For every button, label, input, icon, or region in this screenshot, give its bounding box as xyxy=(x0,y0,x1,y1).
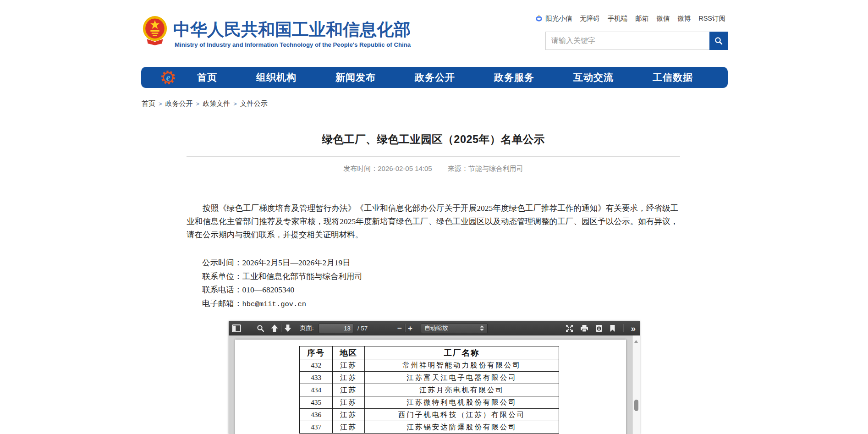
more-tools-button[interactable]: » xyxy=(631,324,636,333)
scroll-up-icon[interactable] xyxy=(634,340,638,343)
quick-link-weibo[interactable]: 微博 xyxy=(677,14,691,23)
select-spinner-icon xyxy=(480,325,484,331)
pdf-scrollbar[interactable] xyxy=(632,335,640,434)
col-header-no: 序号 xyxy=(300,346,333,359)
print-icon xyxy=(580,324,588,332)
page-number-input[interactable] xyxy=(319,324,353,333)
quick-links: 阳光小信 无障碍 手机端 邮箱 微信 微博 RSS订阅 xyxy=(535,13,725,23)
miit-gear-icon: e xyxy=(160,70,176,85)
previous-page-button[interactable] xyxy=(270,324,279,332)
page-up-icon xyxy=(270,324,279,332)
search-icon xyxy=(714,36,723,45)
breadcrumb-current: 文件公示 xyxy=(240,99,268,108)
table-row: 432 江苏 常州祥明智能动力股份有限公司 xyxy=(300,359,559,372)
quick-link-wechat[interactable]: 微信 xyxy=(656,14,670,23)
zoom-out-button[interactable]: − xyxy=(397,324,402,332)
toolbar-separator xyxy=(623,324,623,332)
contact-line-email: 电子邮箱：hbc@miit.gov.cn xyxy=(202,297,363,312)
page-down-icon xyxy=(283,324,292,332)
find-icon xyxy=(257,324,264,332)
breadcrumb-separator: > xyxy=(233,100,237,107)
page-number-label: 页面: xyxy=(300,324,314,332)
scrollbar-thumb[interactable] xyxy=(634,400,638,411)
sidebar-toggle-icon xyxy=(232,324,241,332)
quick-link-accessibility[interactable]: 无障碍 xyxy=(580,14,600,23)
table-row: 436 江苏 西门子机电科技（江苏）有限公司 xyxy=(300,409,559,421)
contact-line-phone: 联系电话：010—68205340 xyxy=(202,283,363,297)
breadcrumb-separator: > xyxy=(159,100,162,107)
contact-line-period: 公示时间：2026年2月5日—2026年2月19日 xyxy=(202,256,363,270)
nav-item-home[interactable]: 首页 xyxy=(197,71,217,84)
col-header-region: 地区 xyxy=(333,346,365,359)
svg-text:e: e xyxy=(166,72,170,82)
sidebar-toggle-button[interactable] xyxy=(232,324,241,332)
pdf-content-area: 序号 地区 工厂名称 432 江苏 常州祥明智能动力股份有限公司 433 江苏 … xyxy=(229,335,640,434)
publish-time-value: 2026-02-05 14:05 xyxy=(378,165,432,172)
table-row: 435 江苏 江苏微特利电机股份有限公司 xyxy=(300,396,559,409)
quick-link-mobile[interactable]: 手机端 xyxy=(608,14,628,23)
search-input[interactable] xyxy=(545,32,709,50)
breadcrumb-policy-docs[interactable]: 政策文件 xyxy=(203,99,230,108)
breadcrumb-home[interactable]: 首页 xyxy=(142,99,155,108)
main-nav: e 首页 组织机构 新闻发布 政务公开 政务服务 互动交流 工信数据 xyxy=(141,67,728,88)
factory-table: 序号 地区 工厂名称 432 江苏 常州祥明智能动力股份有限公司 433 江苏 … xyxy=(299,346,559,434)
nav-item-gov-services[interactable]: 政务服务 xyxy=(494,71,534,84)
download-icon xyxy=(595,324,603,332)
next-page-button[interactable] xyxy=(283,324,292,332)
table-row: 434 江苏 江苏月亮电机有限公司 xyxy=(300,384,559,396)
bookmark-icon xyxy=(610,324,615,332)
table-header-row: 序号 地区 工厂名称 xyxy=(300,346,559,359)
source-value: 节能与综合利用司 xyxy=(468,165,523,172)
zoom-select-value: 自动缩放 xyxy=(424,324,448,332)
contact-line-unit: 联系单位：工业和信息化部节能与综合利用司 xyxy=(202,270,363,284)
table-row: 437 江苏 江苏锡安达防爆股份有限公司 xyxy=(300,421,559,434)
pdf-toolbar: 页面: / 57 − + 自动缩放 xyxy=(229,321,640,335)
nav-items: 首页 组织机构 新闻发布 政务公开 政务服务 互动交流 工信数据 xyxy=(197,71,693,84)
print-button[interactable] xyxy=(580,324,588,332)
search-button[interactable] xyxy=(709,32,728,50)
nav-item-interaction[interactable]: 互动交流 xyxy=(573,71,614,84)
nav-item-news[interactable]: 新闻发布 xyxy=(335,71,376,84)
search-bar xyxy=(545,32,728,50)
nav-item-data[interactable]: 工信数据 xyxy=(653,71,693,84)
publish-time-label: 发布时间： xyxy=(343,165,378,172)
national-emblem-icon xyxy=(142,15,168,45)
presentation-mode-icon xyxy=(566,324,573,332)
pdf-viewer: 页面: / 57 − + 自动缩放 xyxy=(229,321,640,434)
site-subtitle: Ministry of Industry and Information Tec… xyxy=(175,41,411,48)
find-button[interactable] xyxy=(257,324,264,332)
robot-icon xyxy=(535,14,543,22)
zoom-in-button[interactable]: + xyxy=(408,324,412,332)
pdf-page: 序号 地区 工厂名称 432 江苏 常州祥明智能动力股份有限公司 433 江苏 … xyxy=(235,340,626,434)
nav-item-organization[interactable]: 组织机构 xyxy=(256,71,297,84)
page-title: 绿色工厂、绿色工业园区（2025年）名单公示 xyxy=(187,132,680,147)
page-total: / 57 xyxy=(357,325,368,332)
breadcrumb: 首页 > 政务公开 > 政策文件 > 文件公示 xyxy=(142,99,268,108)
site-title: 中华人民共和国工业和信息化部 xyxy=(173,18,411,41)
toolbar-separator xyxy=(281,324,281,332)
quick-link-mail[interactable]: 邮箱 xyxy=(635,14,648,23)
zoom-select[interactable]: 自动缩放 xyxy=(421,324,488,333)
quick-link-rss[interactable]: RSS订阅 xyxy=(698,14,725,23)
toolbar-separator xyxy=(405,324,405,332)
bookmark-button[interactable] xyxy=(610,324,615,332)
col-header-name: 工厂名称 xyxy=(365,346,559,359)
download-button[interactable] xyxy=(595,324,603,332)
presentation-mode-button[interactable] xyxy=(566,324,573,332)
contact-info: 公示时间：2026年2月5日—2026年2月19日 联系单位：工业和信息化部节能… xyxy=(202,256,363,311)
email-value: hbc@miit.gov.cn xyxy=(242,300,307,308)
quick-link-xiaoxin[interactable]: 阳光小信 xyxy=(535,14,572,23)
breadcrumb-separator: > xyxy=(196,100,200,107)
title-divider xyxy=(187,156,680,157)
article-meta: 发布时间：2026-02-05 14:05来源：节能与综合利用司 xyxy=(187,165,680,173)
article-paragraph: 按照《绿色工厂梯度培育及管理暂行办法》《工业和信息化部办公厅关于开展2025年度… xyxy=(187,202,678,242)
source-label: 来源： xyxy=(448,165,468,172)
nav-item-gov-openness[interactable]: 政务公开 xyxy=(415,71,455,84)
table-row: 433 江苏 江苏富天江电子电器有限公司 xyxy=(300,372,559,384)
breadcrumb-gov-openness[interactable]: 政务公开 xyxy=(165,99,193,108)
